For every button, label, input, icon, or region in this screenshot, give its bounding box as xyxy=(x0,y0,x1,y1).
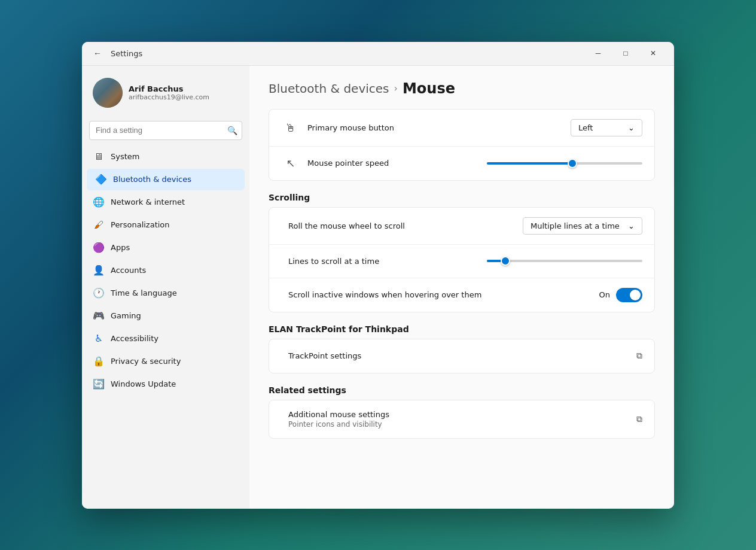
pointer-speed-row: ↖ Mouse pointer speed xyxy=(269,147,654,180)
close-button[interactable]: ✕ xyxy=(639,44,667,63)
primary-mouse-dropdown[interactable]: Left ⌄ xyxy=(571,119,642,136)
mouse-icon: 🖱 xyxy=(281,121,300,134)
lines-scroll-row: Lines to scroll at a time xyxy=(269,245,654,278)
external-link-icon[interactable]: ⧉ xyxy=(636,351,642,361)
scroll-inactive-label: Scroll inactive windows when hovering ov… xyxy=(288,290,599,299)
sidebar-item-update[interactable]: 🔄 Windows Update xyxy=(87,373,245,395)
accessibility-icon: ♿ xyxy=(93,333,105,345)
pointer-speed-slider[interactable] xyxy=(487,162,642,165)
sidebar-item-label-personalization: Personalization xyxy=(111,220,170,229)
avatar xyxy=(93,78,123,108)
breadcrumb: Bluetooth & devices › Mouse xyxy=(269,80,655,97)
personalization-icon: 🖌 xyxy=(93,219,105,231)
sidebar-item-network[interactable]: 🌐 Network & internet xyxy=(87,192,245,213)
window-title: Settings xyxy=(111,49,584,58)
roll-wheel-row: Roll the mouse wheel to scroll Multiple … xyxy=(269,208,654,245)
scroll-inactive-row: Scroll inactive windows when hovering ov… xyxy=(269,278,654,312)
pointer-icon: ↖ xyxy=(281,157,300,169)
content-area: Arif Bacchus arifbacchus19@live.com 🔍 🖥 … xyxy=(82,66,674,509)
sidebar-item-label-system: System xyxy=(111,152,139,161)
sidebar-item-label-network: Network & internet xyxy=(111,197,185,206)
settings-window: ← Settings ─ □ ✕ Arif Bacchus arifbacchu… xyxy=(82,42,674,509)
sidebar-item-gaming[interactable]: 🎮 Gaming xyxy=(87,305,245,327)
user-name: Arif Bacchus xyxy=(129,84,209,93)
sidebar-item-privacy[interactable]: 🔒 Privacy & security xyxy=(87,351,245,372)
primary-mouse-label: Primary mouse button xyxy=(307,123,571,132)
sidebar-item-label-time: Time & language xyxy=(111,288,177,297)
toggle-on-label: On xyxy=(599,290,610,299)
related-section-title: Related settings xyxy=(269,385,655,395)
trackpoint-row[interactable]: TrackPoint settings ⧉ xyxy=(269,339,654,373)
sidebar-item-label-update: Windows Update xyxy=(111,379,176,388)
update-icon: 🔄 xyxy=(93,378,105,390)
scrolling-card: Roll the mouse wheel to scroll Multiple … xyxy=(269,207,655,312)
lines-scroll-slider[interactable] xyxy=(487,260,642,262)
window-controls: ─ □ ✕ xyxy=(584,44,667,63)
apps-icon: 🟣 xyxy=(93,242,105,254)
trackpoint-card: TrackPoint settings ⧉ xyxy=(269,339,655,373)
sidebar-item-label-apps: Apps xyxy=(111,243,130,252)
bluetooth-icon: 🔷 xyxy=(95,174,107,186)
user-email: arifbacchus19@live.com xyxy=(129,93,209,101)
lines-scroll-label: Lines to scroll at a time xyxy=(288,257,487,266)
sidebar-item-label-accessibility: Accessibility xyxy=(111,334,158,343)
search-input[interactable] xyxy=(89,121,242,140)
roll-wheel-label: Roll the mouse wheel to scroll xyxy=(288,221,523,230)
related-card: Additional mouse settings Pointer icons … xyxy=(269,400,655,439)
time-icon: 🕐 xyxy=(93,287,105,299)
user-info: Arif Bacchus arifbacchus19@live.com xyxy=(129,84,209,101)
primary-mouse-card: 🖱 Primary mouse button Left ⌄ ↖ Mouse po… xyxy=(269,109,655,181)
additional-mouse-label: Additional mouse settings xyxy=(288,410,636,419)
sidebar: Arif Bacchus arifbacchus19@live.com 🔍 🖥 … xyxy=(82,66,249,509)
additional-mouse-row[interactable]: Additional mouse settings Pointer icons … xyxy=(269,400,654,438)
system-icon: 🖥 xyxy=(93,151,105,163)
titlebar: ← Settings ─ □ ✕ xyxy=(82,42,674,66)
trackpoint-label: TrackPoint settings xyxy=(288,351,636,360)
sidebar-item-label-privacy: Privacy & security xyxy=(111,357,181,366)
sidebar-item-label-bluetooth: Bluetooth & devices xyxy=(113,175,191,184)
gaming-icon: 🎮 xyxy=(93,310,105,322)
maximize-button[interactable]: □ xyxy=(612,44,639,63)
search-box: 🔍 xyxy=(89,121,242,140)
search-icon: 🔍 xyxy=(227,126,237,135)
network-icon: 🌐 xyxy=(93,196,105,208)
sidebar-item-apps[interactable]: 🟣 Apps xyxy=(87,237,245,259)
sidebar-item-time[interactable]: 🕐 Time & language xyxy=(87,282,245,304)
scroll-inactive-toggle[interactable] xyxy=(616,288,642,302)
roll-wheel-value: Multiple lines at a time xyxy=(531,221,620,230)
main-content: Bluetooth & devices › Mouse 🖱 Primary mo… xyxy=(249,66,674,509)
elan-section-title: ELAN TrackPoint for Thinkpad xyxy=(269,324,655,334)
sidebar-item-label-gaming: Gaming xyxy=(111,311,141,320)
scroll-inactive-toggle-group: On xyxy=(599,288,642,302)
roll-wheel-chevron-icon: ⌄ xyxy=(628,221,635,230)
primary-mouse-value: Left xyxy=(578,123,593,132)
additional-mouse-label-group: Additional mouse settings Pointer icons … xyxy=(288,410,636,429)
breadcrumb-separator: › xyxy=(394,83,398,94)
breadcrumb-parent[interactable]: Bluetooth & devices xyxy=(269,81,389,96)
sidebar-item-bluetooth[interactable]: 🔷 Bluetooth & devices xyxy=(87,169,245,190)
additional-mouse-sublabel: Pointer icons and visibility xyxy=(288,420,636,429)
roll-wheel-dropdown[interactable]: Multiple lines at a time ⌄ xyxy=(523,217,642,235)
sidebar-item-accounts[interactable]: 👤 Accounts xyxy=(87,260,245,281)
toggle-thumb xyxy=(630,290,641,300)
additional-mouse-external-icon[interactable]: ⧉ xyxy=(636,414,642,424)
accounts-icon: 👤 xyxy=(93,265,105,276)
scrolling-section-title: Scrolling xyxy=(269,193,655,202)
privacy-icon: 🔒 xyxy=(93,355,105,367)
dropdown-chevron-icon: ⌄ xyxy=(628,123,635,132)
primary-mouse-row: 🖱 Primary mouse button Left ⌄ xyxy=(269,110,654,147)
breadcrumb-current: Mouse xyxy=(403,80,455,97)
back-button[interactable]: ← xyxy=(89,45,106,62)
sidebar-item-system[interactable]: 🖥 System xyxy=(87,146,245,168)
sidebar-item-label-accounts: Accounts xyxy=(111,266,146,275)
sidebar-item-personalization[interactable]: 🖌 Personalization xyxy=(87,214,245,236)
sidebar-item-accessibility[interactable]: ♿ Accessibility xyxy=(87,328,245,350)
minimize-button[interactable]: ─ xyxy=(584,44,612,63)
pointer-speed-label: Mouse pointer speed xyxy=(307,159,487,168)
user-profile: Arif Bacchus arifbacchus19@live.com xyxy=(87,73,245,113)
